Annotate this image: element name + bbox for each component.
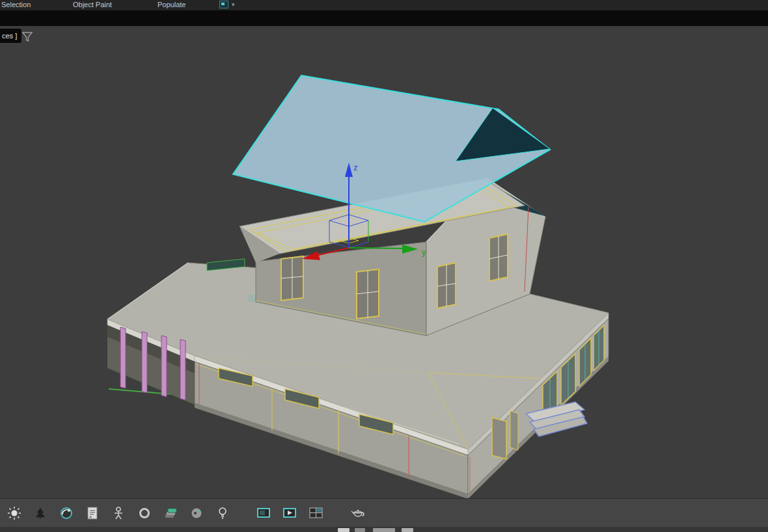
svg-text:A: A (89, 515, 92, 519)
ribbon-grid-icon (219, 1, 229, 8)
ribbon-lower-strip (0, 10, 768, 26)
tab-populate[interactable]: Populate (158, 1, 185, 8)
filter-funnel-icon[interactable] (22, 32, 33, 42)
viewport-3d-scene[interactable]: z y (0, 26, 768, 498)
tab-object-paint[interactable]: Object Paint (73, 1, 112, 8)
z-axis-label: z (353, 163, 358, 172)
house-model[interactable] (107, 178, 609, 498)
perspective-viewport[interactable]: ces ] (0, 26, 768, 498)
light-bulb-icon[interactable] (213, 504, 232, 522)
y-axis-label: y (422, 247, 426, 257)
character-icon[interactable] (109, 504, 128, 522)
cropped-toolbar-icon[interactable] (355, 528, 365, 532)
ribbon-bar: Selection Object Paint Populate ▾ (0, 0, 768, 10)
viewport-split-icon[interactable] (307, 504, 325, 522)
cropped-toolbar-icon[interactable] (373, 528, 395, 532)
teapot-icon[interactable] (349, 504, 367, 522)
tab-selection[interactable]: Selection (1, 1, 31, 8)
viewport-label[interactable]: ces ] (0, 29, 21, 43)
annotation-icon[interactable]: A (83, 504, 102, 522)
viewport-monitor-icon[interactable] (255, 504, 273, 522)
viewport-play-icon[interactable] (281, 504, 299, 522)
ribbon-more-button[interactable]: ▾ (219, 1, 235, 8)
tree-icon[interactable] (31, 504, 49, 522)
bottom-status-strip (0, 527, 768, 532)
bottom-toolbar: A (0, 498, 768, 527)
chevron-down-icon: ▾ (232, 1, 235, 8)
layers-icon[interactable] (161, 504, 180, 522)
cropped-toolbar-icon[interactable] (402, 528, 413, 532)
palette-icon[interactable] (187, 504, 206, 522)
sun-icon[interactable] (5, 504, 23, 522)
orbit-icon[interactable] (57, 504, 75, 522)
ring-icon[interactable] (135, 504, 154, 522)
cropped-toolbar-icon[interactable] (338, 528, 350, 532)
